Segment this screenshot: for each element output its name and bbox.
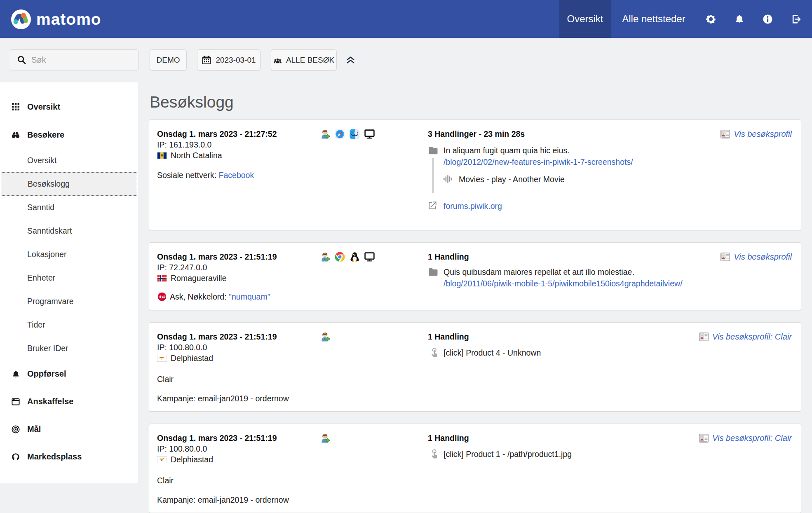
sidebar-item-label: Tider [27,320,45,330]
visit-icons-row [320,433,330,443]
pageview-folder-icon [428,145,438,155]
visit-icons-row [320,251,375,262]
action-page-url[interactable]: /blog/2012/02/new-features-in-piwik-1-7-… [444,157,633,166]
action-url-row: /blog/2012/02/new-features-in-piwik-1-7-… [444,157,633,167]
linux-os-icon [350,252,360,262]
barbados-flag-icon [157,152,167,159]
actions-summary: 3 Handlinger - 23 min 28s [428,129,525,139]
bell-icon [12,370,20,378]
sidebar-item-label: Bruker IDer [27,344,68,353]
referrer-label: Ask, Nøkkelord: [170,292,227,301]
sidebar-menu: Oversikt Besøkere Oversikt Besøkslogg Sa… [0,82,138,483]
search-icon [17,55,26,65]
visitor-profile-row: Vis besøksprofil: Clair [699,433,792,443]
action-page-title: In aliquam fugit quam quia hic eius. [444,145,570,156]
social-network-link[interactable]: Facebook [219,171,254,180]
notifications-button[interactable] [725,0,753,38]
sidebar-item-besokslogg[interactable]: Besøkslogg [1,172,137,196]
nav-tab-all-websites[interactable]: Alle nettsteder [611,0,697,38]
actions-summary: 1 Handling [428,251,469,262]
visitor-profile-icon [720,253,730,261]
nav-tab-label: Oversikt [567,13,603,25]
sidebar-item-oversikt-sub[interactable]: Oversikt [0,149,138,172]
media-icon-wrap [443,174,453,184]
sidebar-item-oppforsel[interactable]: Oppførsel [0,360,138,388]
sidebar-item-programvare[interactable]: Programvare [0,290,138,313]
site-selector-button[interactable]: DEMO [150,49,187,70]
action-page-url[interactable]: /blog/2011/06/piwik-mobile-1-5/piwikmobi… [444,279,683,288]
segment-selector-button[interactable]: ALLE BESØK [271,49,337,70]
returning-visitor-icon [320,332,330,342]
sidebar-item-bruker-ider[interactable]: Bruker IDer [0,337,138,360]
brand-wordmark: matomo [36,10,101,28]
nav-tab-dashboard[interactable]: Oversikt [559,0,611,38]
action-media-title: Movies - play - Another Movie [459,174,565,185]
segment-selector-label: ALLE BESØK [286,56,334,65]
sidebar-item-mal[interactable]: Mål [0,415,138,443]
sidebar-item-label: Oversikt [27,102,60,112]
sidebar-item-markedsplass[interactable]: Markedsplass [0,443,138,471]
calendar-icon [202,55,211,65]
desktop-device-icon [364,252,375,262]
visit-location: Delphiastad [171,353,213,363]
media-play-icon [443,174,453,184]
sidebar-item-sanntid[interactable]: Sanntid [0,196,138,219]
grid-icon [12,103,20,111]
date-range-button[interactable]: 2023-03-01 [197,49,260,70]
visitor-profile-link[interactable]: Vis besøksprofil [734,252,792,262]
signout-icon [791,14,801,24]
chevrons-up-icon [346,55,355,64]
search-input[interactable] [31,55,130,65]
help-button[interactable] [753,0,782,38]
matomo-logo[interactable]: matomo [11,9,101,29]
action-event-text: [click] Product 4 - Unknown [444,347,541,358]
visit-datetime: Onsdag 1. mars 2023 - 21:27:52 [157,129,277,139]
window-icon [12,398,20,406]
sidebar-item-sanntidskart[interactable]: Sanntidskart [0,219,138,243]
visitor-profile-row: Vis besøksprofil [720,251,792,262]
visit-datetime: Onsdag 1. mars 2023 - 21:51:19 [157,331,277,342]
sidebar-item-oversikt[interactable]: Oversikt [0,93,138,121]
referrer-keyword-link[interactable]: "numquam" [229,292,270,301]
sidebar-item-label: Enheter [27,273,55,283]
sidebar-item-label: Programvare [27,297,74,306]
visit-location-row: Delphiastad [157,353,213,363]
collapse-controls-button[interactable] [346,55,355,64]
settings-button[interactable] [697,0,725,38]
sidebar-item-tider[interactable]: Tider [0,313,138,337]
top-navbar: matomo Oversikt Alle nettsteder [0,0,812,38]
site-selector-label: DEMO [157,56,180,65]
event-icon-wrap [429,449,439,460]
visitor-profile-link[interactable]: Vis besøksprofil [734,129,792,139]
sidebar-item-label: Besøkere [27,130,64,140]
visitor-profile-link[interactable]: Vis besøksprofil: Clair [712,433,792,443]
cyprus-flag-icon [157,355,167,361]
sidebar-item-label: Sanntidskart [27,226,72,236]
signout-button[interactable] [782,0,810,38]
sidebar-item-label: Anskaffelse [27,397,73,406]
action-outlink[interactable]: forums.piwik.org [444,201,502,211]
visit-icons-row [320,331,330,342]
sidebar-item-enheter[interactable]: Enheter [0,266,138,290]
click-event-icon [429,348,439,358]
action-url-row: /blog/2011/06/piwik-mobile-1-5/piwikmobi… [444,278,683,289]
external-link-icon [428,201,437,210]
visit-user: Clair [157,475,174,486]
visitor-profile-link[interactable]: Vis besøksprofil: Clair [712,332,792,342]
target-icon [12,425,20,433]
sidebar-item-lokasjoner[interactable]: Lokasjoner [0,243,138,266]
visit-location-row: Romagueraville [157,273,226,283]
visit-social-row: Sosiale nettverk: Facebook [157,170,254,180]
visit-location: North Catalina [171,150,222,161]
visit-campaign: Kampanje: email-jan2019 - ordernow [157,393,289,404]
matomo-logo-icon [11,9,31,29]
visitor-profile-row: Vis besøksprofil [720,129,792,139]
sidebar-item-besokere[interactable]: Besøkere [0,121,138,149]
sidebar-item-label: Oppførsel [27,369,66,379]
actions-timeline-line [432,158,434,193]
info-icon [763,14,773,24]
sidebar-item-anskaffelse[interactable]: Anskaffelse [0,388,138,415]
visit-location: Delphiastad [171,454,213,465]
visit-campaign: Kampanje: email-jan2019 - ordernow [157,494,289,505]
cyprus-flag-icon [157,457,167,463]
